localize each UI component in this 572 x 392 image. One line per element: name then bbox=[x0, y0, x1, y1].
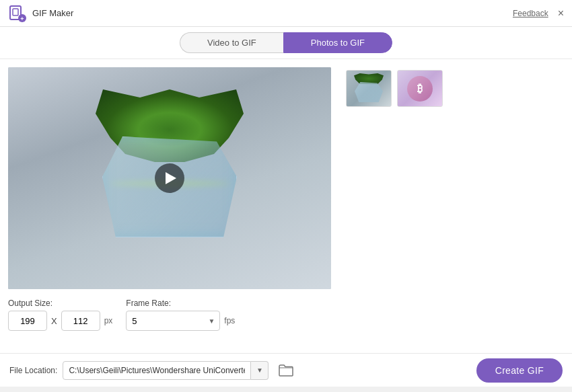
video-content bbox=[8, 67, 331, 289]
right-panel: ₿ bbox=[346, 67, 564, 379]
tab-photos-to-gif[interactable]: Photos to GIF bbox=[283, 32, 392, 53]
file-location-label: File Location: bbox=[9, 366, 57, 375]
file-path-dropdown-button[interactable]: ▼ bbox=[251, 361, 269, 380]
frame-rate-label: Frame Rate: bbox=[126, 299, 235, 308]
create-gif-button[interactable]: Create GIF bbox=[476, 358, 563, 383]
thumbnail-1[interactable] bbox=[346, 70, 392, 107]
thumb-1-inner bbox=[347, 71, 391, 106]
fps-select[interactable]: 5 10 15 20 25 30 bbox=[126, 311, 220, 331]
video-preview bbox=[8, 67, 331, 289]
app-icon: + bbox=[8, 4, 27, 23]
title-bar: + GIF Maker Feedback × bbox=[0, 0, 572, 27]
file-location-bar: File Location: ▼ Create GIF bbox=[0, 353, 572, 387]
folder-icon bbox=[279, 364, 293, 377]
output-size-label: Output Size: bbox=[8, 299, 112, 308]
play-button[interactable] bbox=[155, 163, 184, 193]
controls-row: Output Size: X px Frame Rate: 5 10 15 bbox=[8, 296, 338, 331]
feedback-link[interactable]: Feedback bbox=[513, 9, 548, 18]
fps-row: 5 10 15 20 25 30 ▼ fps bbox=[126, 311, 235, 331]
height-input[interactable] bbox=[61, 311, 100, 331]
tab-bar: Video to GIF Photos to GIF bbox=[0, 27, 572, 59]
app-title: GIF Maker bbox=[32, 8, 73, 18]
close-button[interactable]: × bbox=[558, 8, 564, 19]
thumb-2-circle: ₿ bbox=[407, 76, 433, 102]
px-label: px bbox=[104, 316, 113, 325]
preview-area: Output Size: X px Frame Rate: 5 10 15 bbox=[8, 67, 338, 379]
tab-video-to-gif[interactable]: Video to GIF bbox=[180, 32, 283, 53]
size-inputs: X px bbox=[8, 311, 112, 331]
fps-select-wrap: 5 10 15 20 25 30 ▼ bbox=[126, 311, 220, 331]
fps-label: fps bbox=[224, 316, 235, 325]
x-separator: X bbox=[51, 316, 57, 326]
title-bar-left: + GIF Maker bbox=[8, 4, 73, 23]
file-path-input[interactable] bbox=[63, 361, 251, 380]
width-input[interactable] bbox=[8, 311, 47, 331]
output-size-group: Output Size: X px bbox=[8, 299, 112, 331]
file-path-input-wrap: ▼ bbox=[63, 361, 269, 380]
title-bar-right: Feedback × bbox=[513, 8, 564, 19]
frame-rate-group: Frame Rate: 5 10 15 20 25 30 ▼ fps bbox=[126, 299, 235, 331]
file-location-left: File Location: ▼ bbox=[9, 361, 295, 380]
folder-browse-button[interactable] bbox=[277, 361, 295, 380]
main-content: Output Size: X px Frame Rate: 5 10 15 bbox=[0, 59, 572, 387]
thumbnails-row: ₿ bbox=[346, 70, 564, 107]
svg-text:+: + bbox=[20, 15, 24, 22]
play-icon bbox=[166, 172, 176, 184]
thumbnail-2[interactable]: ₿ bbox=[397, 70, 443, 107]
